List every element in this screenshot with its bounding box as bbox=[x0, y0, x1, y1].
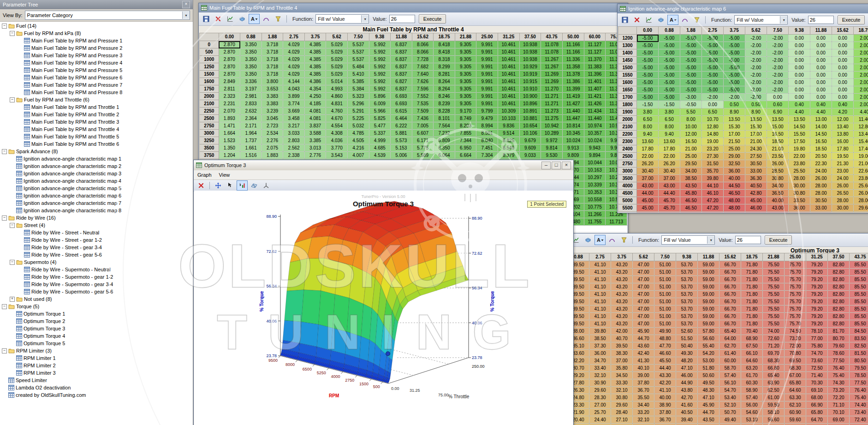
grid-cell[interactable]: 22.00 bbox=[789, 153, 810, 160]
grid-cell[interactable]: 9.305 bbox=[455, 78, 476, 85]
grid-cell[interactable]: 1.471 bbox=[219, 122, 240, 130]
grid-cell[interactable]: 72.60 bbox=[763, 335, 785, 342]
grid-cell[interactable]: 8.040 bbox=[476, 137, 498, 144]
grid-cell[interactable]: 4.20 bbox=[832, 108, 854, 116]
grid-cell[interactable]: 11.370 bbox=[584, 56, 606, 63]
function-select[interactable]: Fill w/ Value▾ bbox=[661, 235, 715, 245]
grid-cell[interactable]: 24.00 bbox=[832, 175, 854, 182]
grid-cell[interactable]: 30.80 bbox=[767, 175, 789, 182]
value-input[interactable] bbox=[808, 16, 834, 24]
grid-cell[interactable]: 37.00 bbox=[659, 175, 680, 182]
grid-cell[interactable]: 43.30 bbox=[654, 372, 676, 379]
grid-cell[interactable]: 2.171 bbox=[240, 122, 262, 130]
grid-cell[interactable]: 83.50 bbox=[850, 335, 868, 342]
grid-cell[interactable]: 7.626 bbox=[412, 78, 434, 85]
grid-cell[interactable]: 20.50 bbox=[810, 153, 832, 160]
smooth-icon[interactable] bbox=[261, 14, 272, 24]
grid-cell[interactable]: 11.755 bbox=[584, 218, 606, 226]
grid-cell[interactable]: 4.029 bbox=[283, 56, 305, 63]
grid-cell[interactable]: 0.00 bbox=[767, 94, 789, 101]
tree-expander-icon[interactable]: − bbox=[2, 149, 7, 154]
clear-icon[interactable] bbox=[196, 180, 207, 191]
grid-cell[interactable]: 5.029 bbox=[326, 56, 348, 63]
graph-plot-area[interactable]: 88.9072.6256.3440.0623.78% Torque88.9072… bbox=[194, 191, 573, 425]
grid-cell[interactable]: 11.40 bbox=[854, 116, 868, 123]
grid-cell[interactable]: 9.991 bbox=[476, 85, 498, 93]
grid-cell[interactable]: 17.80 bbox=[832, 145, 854, 153]
grid-cell[interactable]: 6.615 bbox=[391, 108, 412, 115]
grid-cell[interactable]: 11.269 bbox=[541, 78, 563, 85]
grid-cell[interactable]: 9.305 bbox=[455, 41, 476, 48]
grid-cell[interactable]: 82.80 bbox=[828, 269, 850, 276]
grid-cell[interactable]: -2.00 bbox=[745, 42, 767, 49]
grid-cell[interactable]: 10.163 bbox=[584, 167, 606, 174]
grid-cell[interactable]: 44.10 bbox=[702, 182, 724, 190]
grid-cell[interactable]: -2.00 bbox=[745, 72, 767, 79]
grid-cell[interactable]: 9.809 bbox=[562, 152, 584, 159]
grid-cell[interactable]: 8.066 bbox=[412, 41, 434, 48]
grid-cell[interactable]: 76.40 bbox=[828, 365, 850, 372]
grid-cell[interactable]: 39.40 bbox=[676, 416, 698, 424]
grid-cell[interactable]: 47.00 bbox=[633, 276, 654, 283]
grid-cell[interactable]: 6.064 bbox=[434, 152, 455, 159]
grid-cell[interactable]: 75.70 bbox=[785, 313, 806, 320]
tree-item[interactable]: Ignition advance-angle characteristic ma… bbox=[0, 155, 193, 162]
tree-item[interactable]: Main Fuel Table by RPM and Pressure 2 bbox=[0, 44, 193, 52]
grid-cell[interactable]: 45.00 bbox=[637, 212, 659, 213]
grid-cell[interactable]: 63.50 bbox=[806, 424, 828, 425]
grid-cell[interactable]: 51.00 bbox=[654, 269, 676, 276]
surface-icon[interactable] bbox=[237, 14, 248, 24]
grid-cell[interactable]: 4.539 bbox=[369, 152, 391, 159]
grid-cell[interactable]: 8.246 bbox=[434, 93, 455, 100]
grid-cell[interactable]: 11.271 bbox=[541, 93, 563, 100]
grid-cell[interactable]: 67.50 bbox=[741, 342, 763, 350]
grid-cell[interactable]: -5.00 bbox=[680, 35, 702, 42]
tree-item[interactable]: Main Fuel Table by RPM and Pressure 3 bbox=[0, 52, 193, 59]
grid-cell[interactable]: 11.127 bbox=[584, 41, 606, 48]
grid-cell[interactable]: 48.20 bbox=[676, 357, 698, 365]
grid-cell[interactable]: 79.20 bbox=[806, 320, 828, 328]
grid-cell[interactable]: 67.90 bbox=[828, 424, 850, 425]
grid-cell[interactable]: 31.50 bbox=[832, 212, 854, 213]
grid-cell[interactable]: 9.991 bbox=[476, 100, 498, 108]
tree-item[interactable]: Ride by Wire - Street - gear 1-2 bbox=[0, 236, 193, 244]
grid-cell[interactable]: 11.396 bbox=[584, 71, 606, 78]
grid-cell[interactable]: 40.50 bbox=[676, 409, 698, 416]
grid-cell[interactable]: 5.029 bbox=[326, 63, 348, 71]
maximize-icon[interactable]: □ bbox=[552, 162, 561, 169]
grid-cell[interactable]: 8.379 bbox=[498, 152, 519, 159]
grid-cell[interactable]: 3.588 bbox=[304, 130, 326, 137]
grid-cell[interactable]: 9.991 bbox=[476, 93, 498, 100]
grid-cell[interactable]: 3.770 bbox=[326, 144, 348, 152]
grid-cell[interactable]: 6.50 bbox=[637, 116, 659, 123]
grid-cell[interactable]: 8.749 bbox=[455, 115, 476, 122]
grid-cell[interactable]: 69.00 bbox=[828, 416, 850, 424]
grid-cell[interactable]: -5.00 bbox=[659, 72, 680, 79]
grid-cell[interactable]: 85.50 bbox=[850, 320, 868, 328]
grid-cell[interactable]: 9.40 bbox=[659, 131, 680, 138]
grid-cell[interactable]: 7.552 bbox=[412, 93, 434, 100]
grid-cell[interactable]: 49.40 bbox=[719, 416, 741, 424]
grid-cell[interactable]: 33.50 bbox=[789, 197, 810, 204]
grid-cell[interactable]: 39.50 bbox=[611, 342, 633, 350]
minimize-icon[interactable]: – bbox=[541, 162, 551, 169]
grid-cell[interactable]: 40.10 bbox=[633, 365, 654, 372]
tree-item[interactable]: Ignition advance-angle characteristic ma… bbox=[0, 207, 193, 214]
grid-cell[interactable]: 16.50 bbox=[810, 138, 832, 145]
grid-cell[interactable]: 3.350 bbox=[240, 71, 262, 78]
grid-cell[interactable]: 2.534 bbox=[262, 130, 283, 137]
grid-cell[interactable]: 2.070 bbox=[219, 108, 240, 115]
tree-item[interactable]: Main Fuel Table by RPM and Pressure 7 bbox=[0, 81, 193, 89]
grid-cell[interactable]: 6.350 bbox=[434, 144, 455, 152]
grid-cell[interactable]: 82.80 bbox=[828, 305, 850, 313]
grid-cell[interactable]: 9.943 bbox=[584, 144, 606, 152]
grid-cell[interactable]: 61.00 bbox=[763, 394, 785, 401]
grid-cell[interactable]: 0.00 bbox=[702, 101, 724, 108]
grid-cell[interactable]: 41.10 bbox=[589, 283, 611, 291]
grid-cell[interactable]: 58.90 bbox=[741, 387, 763, 394]
grid-cell[interactable]: 59.00 bbox=[698, 269, 719, 276]
grid-cell[interactable]: 24.40 bbox=[589, 416, 611, 424]
grid-cell[interactable]: 9.836 bbox=[498, 122, 519, 130]
grid-cell[interactable]: 6.809 bbox=[434, 137, 455, 144]
tree-expander-icon[interactable]: − bbox=[10, 260, 15, 265]
